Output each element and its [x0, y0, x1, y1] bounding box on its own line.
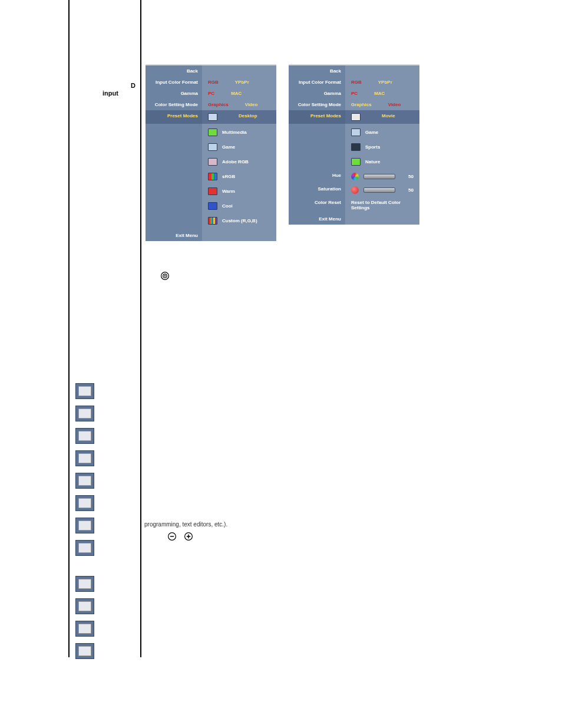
video-option: Video: [388, 102, 401, 107]
sports-icon: [351, 143, 361, 151]
preset-game[interactable]: Game: [208, 143, 276, 151]
back-button[interactable]: Back: [289, 65, 345, 77]
graphics-option: Graphics: [208, 102, 229, 107]
hue-icon: [351, 173, 359, 180]
gamma-label[interactable]: Gamma: [289, 88, 345, 99]
rgb-option: RGB: [351, 80, 362, 85]
input-color-format-opts[interactable]: RGB YPbPr: [345, 77, 419, 88]
d-label: D: [131, 82, 135, 89]
preset-sports[interactable]: Sports: [351, 143, 419, 151]
mac-option: MAC: [374, 91, 385, 96]
ypbpr-option: YPbPr: [378, 80, 392, 85]
multimedia-icon: [208, 129, 217, 136]
desktop-icon: [75, 383, 94, 399]
gamma-opts[interactable]: PC MAC: [202, 88, 276, 99]
slider-track[interactable]: [363, 174, 395, 179]
desktop-icon: [208, 113, 217, 121]
rgb-option: RGB: [208, 80, 219, 85]
saturation-icon: [351, 186, 359, 194]
video-option: Video: [245, 102, 258, 107]
page-left-border: [68, 0, 70, 657]
multimedia-icon: [75, 406, 94, 421]
movie-icon: [351, 113, 361, 121]
preset-adobergb[interactable]: Adobe RGB: [208, 158, 276, 166]
preset-modes-label[interactable]: Preset Modes: [146, 110, 202, 124]
movie-icon: [75, 576, 94, 592]
preset-multimedia[interactable]: Multimedia: [208, 129, 276, 136]
left-icons-group-2: [75, 576, 94, 666]
preset-modes-current[interactable]: Desktop: [202, 110, 276, 124]
game-icon: [75, 598, 94, 614]
input-label: input: [103, 90, 118, 97]
color-setting-mode-opts[interactable]: Graphics Video: [202, 99, 276, 110]
color-setting-mode-label[interactable]: Color Setting Mode: [146, 99, 202, 110]
sports-icon: [75, 621, 94, 637]
game-icon: [351, 129, 361, 136]
minus-circle-icon: [167, 532, 177, 541]
warm-icon: [208, 187, 217, 195]
color-setting-mode-opts[interactable]: Graphics Video: [345, 99, 419, 110]
color-reset-action[interactable]: Reset to Default Color Settings: [345, 197, 419, 213]
custom-icon: [75, 540, 94, 556]
hue-slider[interactable]: 50: [345, 170, 419, 183]
preset-custom[interactable]: Custom (R,G,B): [208, 217, 276, 225]
input-color-format-label[interactable]: Input Color Format: [146, 77, 202, 88]
adobergb-icon: [208, 158, 217, 166]
exit-menu[interactable]: Exit Menu: [289, 213, 345, 225]
plus-circle-icon: [184, 532, 193, 541]
hue-label[interactable]: Hue: [289, 170, 345, 183]
exit-menu[interactable]: Exit Menu: [146, 230, 202, 241]
game-icon: [75, 428, 94, 444]
preset-nature[interactable]: Nature: [351, 158, 419, 166]
slider-track[interactable]: [363, 187, 395, 193]
gamma-opts[interactable]: PC MAC: [345, 88, 419, 99]
input-color-format-opts[interactable]: RGB YPbPr: [202, 77, 276, 88]
color-reset-label[interactable]: Color Reset: [289, 197, 345, 213]
osd-panel-video: Back Input Color Format RGB YPbPr Gamma …: [289, 64, 419, 225]
osd-panel-graphics: Back Input Color Format RGB YPbPr Gamma …: [146, 64, 276, 241]
srgb-icon: [208, 173, 217, 180]
color-setting-mode-label[interactable]: Color Setting Mode: [289, 99, 345, 110]
svg-point-2: [164, 275, 166, 276]
hue-value: 50: [408, 174, 414, 179]
game-icon: [208, 143, 217, 151]
mac-option: MAC: [231, 91, 242, 96]
srgb-icon: [75, 473, 94, 489]
back-button[interactable]: Back: [146, 65, 202, 77]
preset-warm[interactable]: Warm: [208, 187, 276, 195]
custom-icon: [208, 217, 217, 225]
programming-text: programming, text editors, etc.).: [144, 521, 227, 528]
preset-modes-label[interactable]: Preset Modes: [289, 110, 345, 124]
nature-icon: [351, 158, 361, 166]
saturation-slider[interactable]: 50: [345, 183, 419, 197]
preset-game[interactable]: Game: [351, 129, 419, 136]
pc-option: PC: [208, 91, 214, 96]
adobergb-icon: [75, 450, 94, 466]
gamma-label[interactable]: Gamma: [146, 88, 202, 99]
ypbpr-option: YPbPr: [235, 80, 249, 85]
cool-icon: [208, 202, 217, 210]
warm-icon: [75, 495, 94, 511]
preset-modes-current[interactable]: Movie: [345, 110, 419, 124]
preset-srgb[interactable]: sRGB: [208, 173, 276, 180]
pc-option: PC: [351, 91, 358, 96]
graphics-option: Graphics: [351, 102, 372, 107]
preset-desktop: Desktop: [239, 113, 257, 121]
input-color-format-label[interactable]: Input Color Format: [289, 77, 345, 88]
target-icon: [160, 271, 170, 281]
page-column-border: [140, 0, 141, 657]
saturation-label[interactable]: Saturation: [289, 183, 345, 197]
preset-movie: Movie: [382, 113, 395, 121]
cool-icon: [75, 518, 94, 533]
saturation-value: 50: [408, 187, 414, 193]
nature-icon: [75, 643, 94, 659]
preset-cool[interactable]: Cool: [208, 202, 276, 210]
left-icons-group-1: [75, 383, 94, 562]
